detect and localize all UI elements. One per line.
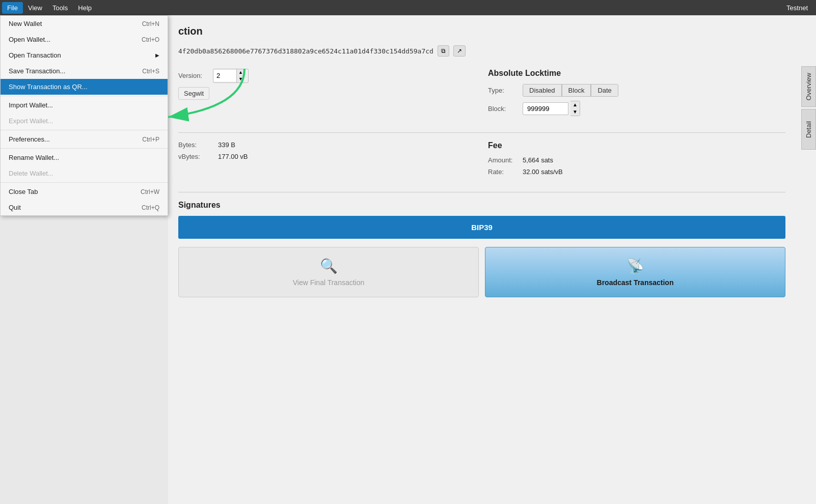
menu-file[interactable]: File xyxy=(2,2,23,14)
side-tabs: Overview Detail xyxy=(801,66,816,152)
menu-item-import-wallet[interactable]: Import Wallet... xyxy=(1,97,168,113)
menu-item-export-wallet: Export Wallet... xyxy=(1,113,168,129)
version-up-button[interactable]: ▲ xyxy=(237,69,244,76)
menu-tools[interactable]: Tools xyxy=(47,2,73,14)
version-spinners: ▲ ▼ xyxy=(236,69,244,82)
signatures-section: Signatures BIP39 🔍 View Final Transactio… xyxy=(178,201,785,297)
version-down-button[interactable]: ▼ xyxy=(237,76,244,82)
fee-rate-row: Rate: 32.00 sats/vB xyxy=(488,168,785,176)
broadcast-transaction-button[interactable]: 📡 Broadcast Transaction xyxy=(485,247,785,297)
menu-item-open-wallet[interactable]: Open Wallet... Ctrl+O xyxy=(1,32,168,47)
tab-overview[interactable]: Overview xyxy=(801,66,816,107)
txid-row: 4f20db0a856268006e7767376d318802a9ce6524… xyxy=(178,45,785,57)
vbytes-label: vBytes: xyxy=(178,153,214,160)
locktime-disabled-button[interactable]: Disabled xyxy=(523,84,562,97)
menu-item-preferences-shortcut: Ctrl+P xyxy=(142,136,159,143)
fee-amount-row: Amount: 5,664 sats xyxy=(488,156,785,164)
broadcast-label: Broadcast Transaction xyxy=(597,278,674,287)
inputs-section: Version: ▲ ▼ Segwit xyxy=(178,69,476,120)
bytes-row: Bytes: 339 B xyxy=(178,141,476,149)
segwit-label: Segwit xyxy=(178,87,209,100)
locktime-type-row: Type: Disabled Block Date xyxy=(488,84,785,97)
segwit-row: Segwit xyxy=(178,87,476,100)
separator-2 xyxy=(178,192,785,192)
txid-external-button[interactable]: ↗ xyxy=(453,45,466,57)
menu-item-save-transaction[interactable]: Save Transaction... Ctrl+S xyxy=(1,63,168,79)
menu-item-save-transaction-shortcut: Ctrl+S xyxy=(142,68,159,75)
menu-divider-1 xyxy=(1,96,168,96)
section-title: ction xyxy=(178,25,785,37)
menu-item-preferences[interactable]: Preferences... Ctrl+P xyxy=(1,131,168,147)
locktime-block-button[interactable]: Block xyxy=(562,84,591,97)
locktime-block-row: Block: ▲ ▼ xyxy=(488,101,785,116)
fee-rate-value: 32.00 sats/vB xyxy=(523,168,563,176)
menu-item-quit[interactable]: Quit Ctrl+Q xyxy=(1,200,168,215)
bytes-value: 339 B xyxy=(218,141,235,149)
external-link-icon: ↗ xyxy=(457,47,462,54)
menu-divider-3 xyxy=(1,148,168,149)
signatures-title: Signatures xyxy=(178,201,785,210)
menu-divider-4 xyxy=(1,182,168,183)
menu-divider-2 xyxy=(1,130,168,130)
content-inner: ction 4f20db0a856268006e7767376d318802a9… xyxy=(168,15,816,504)
locktime-date-button[interactable]: Date xyxy=(591,84,618,97)
menu-item-close-tab[interactable]: Close Tab Ctrl+W xyxy=(1,184,168,200)
locktime-type-buttons: Disabled Block Date xyxy=(523,84,618,97)
version-input[interactable] xyxy=(213,70,236,81)
txid-copy-button[interactable]: ⧉ xyxy=(438,45,449,57)
txid-value: 4f20db0a856268006e7767376d318802a9ce6524… xyxy=(178,47,433,55)
bip39-button[interactable]: BIP39 xyxy=(178,216,785,239)
fee-rate-label: Rate: xyxy=(488,168,519,176)
search-icon: 🔍 xyxy=(320,258,338,274)
menu-item-delete-wallet-label: Delete Wallet... xyxy=(9,170,53,177)
menu-item-open-transaction[interactable]: Open Transaction ▶ xyxy=(1,47,168,63)
two-col-top: Version: ▲ ▼ Segwit xyxy=(178,69,785,120)
block-spinners: ▲ ▼ xyxy=(570,101,580,116)
vbytes-row: vBytes: 177.00 vB xyxy=(178,153,476,160)
file-dropdown-menu: New Wallet Ctrl+N Open Wallet... Ctrl+O … xyxy=(0,15,168,216)
menu-item-quit-shortcut: Ctrl+Q xyxy=(142,204,159,211)
menu-item-close-tab-shortcut: Ctrl+W xyxy=(141,188,159,195)
menu-item-rename-wallet[interactable]: Rename Wallet... xyxy=(1,150,168,165)
fee-amount-value: 5,664 sats xyxy=(523,156,553,164)
tab-detail[interactable]: Detail xyxy=(801,109,816,150)
block-input-row: ▲ ▼ xyxy=(523,101,580,116)
menu-item-open-transaction-label: Open Transaction xyxy=(9,51,61,59)
menu-item-save-transaction-label: Save Transaction... xyxy=(9,67,65,75)
menu-item-open-wallet-label: Open Wallet... xyxy=(9,36,50,43)
menu-item-new-wallet-label: New Wallet xyxy=(9,20,42,27)
locktime-block-label: Block: xyxy=(488,105,519,113)
broadcast-icon: 📡 xyxy=(627,258,644,274)
fee-section: Fee Amount: 5,664 sats Rate: 32.00 sats/… xyxy=(488,141,785,180)
block-up-button[interactable]: ▲ xyxy=(570,101,580,108)
block-input[interactable] xyxy=(523,102,568,115)
menu-item-import-wallet-label: Import Wallet... xyxy=(9,101,53,109)
menu-item-new-wallet[interactable]: New Wallet Ctrl+N xyxy=(1,16,168,32)
separator-1 xyxy=(178,132,785,133)
vbytes-value: 177.00 vB xyxy=(218,153,248,160)
view-final-label: View Final Transaction xyxy=(293,278,365,287)
menu-item-delete-wallet: Delete Wallet... xyxy=(1,165,168,181)
block-down-button[interactable]: ▼ xyxy=(570,108,580,116)
two-col-bottom: Bytes: 339 B vBytes: 177.00 vB Fee Amoun… xyxy=(178,141,785,180)
menu-item-quit-label: Quit xyxy=(9,204,21,211)
fee-amount-label: Amount: xyxy=(488,156,519,164)
version-label: Version: xyxy=(178,72,209,79)
menu-item-open-wallet-shortcut: Ctrl+O xyxy=(142,36,159,43)
locktime-section: Absolute Locktime Type: Disabled Block D… xyxy=(488,69,785,120)
menu-item-close-tab-label: Close Tab xyxy=(9,188,38,195)
locktime-title: Absolute Locktime xyxy=(488,69,785,78)
menubar: File View Tools Help Testnet xyxy=(0,0,816,15)
menu-item-rename-wallet-label: Rename Wallet... xyxy=(9,154,59,161)
version-input-row: ▲ ▼ xyxy=(213,69,249,83)
menu-item-show-qr[interactable]: Show Transaction as QR... xyxy=(1,79,168,95)
menu-item-new-wallet-shortcut: Ctrl+N xyxy=(142,20,159,27)
action-buttons: 🔍 View Final Transaction 📡 Broadcast Tra… xyxy=(178,247,785,297)
menu-item-show-qr-label: Show Transaction as QR... xyxy=(9,83,88,91)
menu-item-preferences-label: Preferences... xyxy=(9,135,50,143)
menu-view[interactable]: View xyxy=(23,2,47,14)
version-row: Version: ▲ ▼ xyxy=(178,69,476,83)
fee-title: Fee xyxy=(488,141,785,150)
transaction-area: ction 4f20db0a856268006e7767376d318802a9… xyxy=(168,15,816,504)
menu-help[interactable]: Help xyxy=(73,2,97,14)
